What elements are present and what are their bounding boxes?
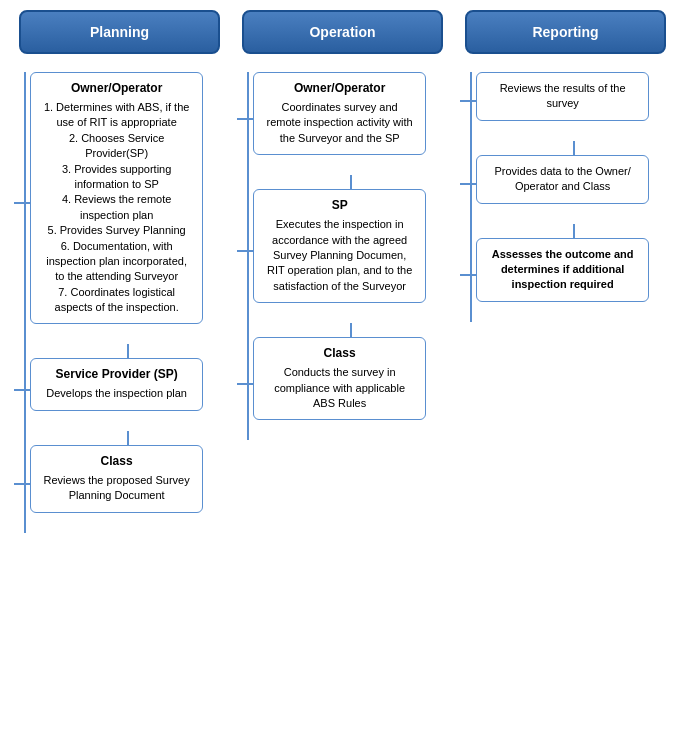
planning-card-1-body: 1. Determines with ABS, if the use of RI… bbox=[41, 100, 192, 315]
reporting-card-1: Reviews the results of the survey bbox=[476, 72, 649, 121]
planning-card-2-title: Service Provider (SP) bbox=[41, 367, 192, 381]
operation-card-2-title: SP bbox=[264, 198, 415, 212]
planning-card-class: Class Reviews the proposed Survey Planni… bbox=[30, 445, 203, 513]
operation-card-2-body: Executes the inspection in accordance wi… bbox=[264, 217, 415, 294]
reporting-card-1-body: Reviews the results of the survey bbox=[487, 81, 638, 112]
planning-card-1-title: Owner/Operator bbox=[41, 81, 192, 95]
reporting-header: Reporting bbox=[465, 10, 666, 54]
planning-header: Planning bbox=[19, 10, 220, 54]
operation-card-class: Class Conducts the survey in compliance … bbox=[253, 337, 426, 420]
operation-card-owner-operator: Owner/Operator Coordinates survey and re… bbox=[253, 72, 426, 155]
column-operation: Operation Owner/Operator Coordinates sur… bbox=[231, 10, 454, 746]
operation-card-sp: SP Executes the inspection in accordance… bbox=[253, 189, 426, 303]
operation-card-1-body: Coordinates survey and remote inspection… bbox=[264, 100, 415, 146]
column-planning: Planning Owner/Operator 1. Determines wi… bbox=[8, 10, 231, 746]
column-reporting: Reporting Reviews the results of the sur… bbox=[454, 10, 677, 746]
operation-header: Operation bbox=[242, 10, 443, 54]
reporting-card-3: Assesses the outcome and determines if a… bbox=[476, 238, 649, 302]
planning-card-service-provider: Service Provider (SP) Develops the inspe… bbox=[30, 358, 203, 410]
reporting-card-2: Provides data to the Owner/ Operator and… bbox=[476, 155, 649, 204]
reporting-card-2-body: Provides data to the Owner/ Operator and… bbox=[487, 164, 638, 195]
operation-card-3-title: Class bbox=[264, 346, 415, 360]
planning-card-3-body: Reviews the proposed Survey Planning Doc… bbox=[41, 473, 192, 504]
planning-card-owner-operator: Owner/Operator 1. Determines with ABS, i… bbox=[30, 72, 203, 324]
planning-card-3-title: Class bbox=[41, 454, 192, 468]
diagram: Planning Owner/Operator 1. Determines wi… bbox=[0, 0, 685, 756]
operation-card-3-body: Conducts the survey in compliance with a… bbox=[264, 365, 415, 411]
planning-card-2-body: Develops the inspection plan bbox=[41, 386, 192, 401]
reporting-card-3-body: Assesses the outcome and determines if a… bbox=[487, 247, 638, 293]
operation-card-1-title: Owner/Operator bbox=[264, 81, 415, 95]
